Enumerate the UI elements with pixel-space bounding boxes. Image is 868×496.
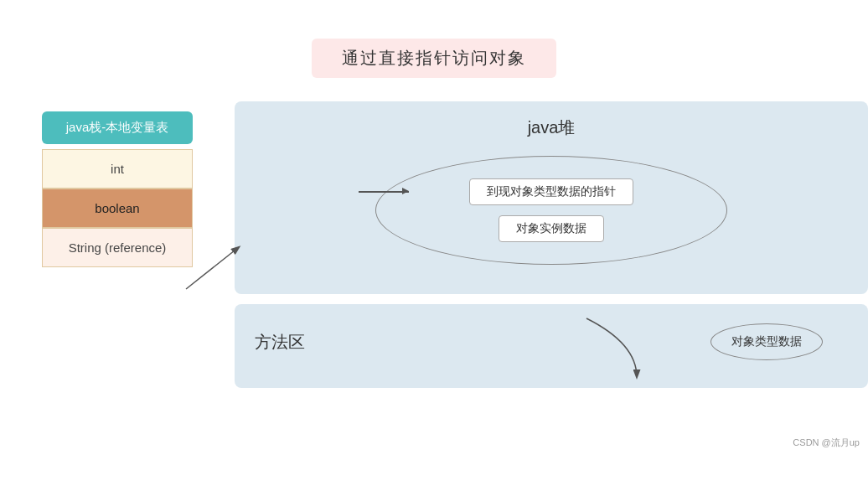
right-area: java堆 到现对象类型数据的指针 对象实例数据 方法区 对象类型数据: [235, 101, 868, 388]
method-label: 方法区: [255, 331, 322, 354]
method-box: 方法区 对象类型数据: [235, 304, 868, 388]
main-diagram: java栈-本地变量表 int boolean String (referenc…: [34, 101, 868, 388]
stack-item-boolean: boolean: [42, 189, 193, 228]
heap-pointer-box: 到现对象类型数据的指针: [469, 178, 633, 205]
heap-label: java堆: [255, 116, 848, 139]
heap-ellipse: 到现对象类型数据的指针 对象实例数据: [375, 156, 727, 265]
stack-panel: java栈-本地变量表 int boolean String (referenc…: [34, 111, 201, 388]
stack-item-int: int: [42, 149, 193, 189]
method-ellipse: 对象类型数据: [710, 323, 823, 360]
heap-instance-box: 对象实例数据: [499, 215, 604, 242]
title-area: 通过直接指针访问对象: [0, 0, 868, 78]
watermark: CSDN @流月up: [793, 437, 860, 449]
arrow-to-ellipse: [359, 191, 409, 193]
page-title: 通过直接指针访问对象: [312, 39, 556, 78]
stack-header: java栈-本地变量表: [42, 111, 193, 144]
diagram-container: 通过直接指针访问对象 java栈-本地变量表 int boolean Strin…: [0, 0, 868, 452]
stack-item-string: String (reference): [42, 228, 193, 267]
heap-box: java堆 到现对象类型数据的指针 对象实例数据: [235, 101, 868, 294]
